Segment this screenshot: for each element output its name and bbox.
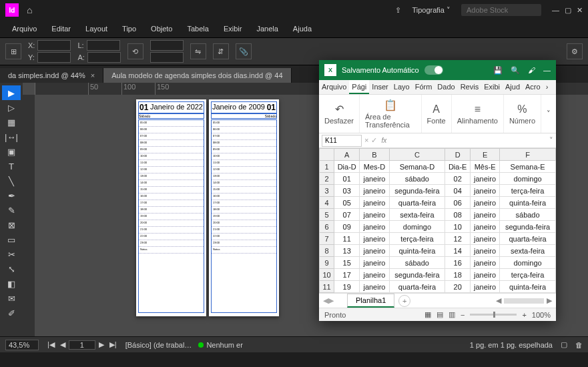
type-tool[interactable]: T (2, 159, 21, 173)
attach-icon[interactable]: 📎 (236, 43, 252, 59)
content-collector-tool[interactable]: ▣ (2, 144, 21, 159)
gap-tool[interactable]: |↔| (2, 129, 21, 144)
transform-tool[interactable]: ⤡ (2, 262, 21, 276)
cancel-formula-icon[interactable]: × (364, 136, 368, 145)
y-input[interactable] (37, 52, 71, 63)
last-page-icon[interactable]: ▶| (107, 340, 119, 349)
screen-mode-icon[interactable]: ▢ (561, 340, 567, 349)
fx-icon[interactable]: fx (381, 137, 386, 144)
doc-tab-1[interactable]: Aula modelo de agenda simples dois dias.… (103, 68, 291, 83)
search-icon[interactable]: 🔍 (511, 66, 520, 75)
autosave-toggle[interactable] (424, 65, 443, 75)
formula-input[interactable] (389, 135, 547, 147)
doc-tab-0[interactable]: da simples.indd @ 44%× (0, 68, 103, 83)
xl-tab-overflow-icon[interactable]: › (543, 80, 551, 94)
zoom-slider[interactable] (470, 314, 517, 316)
x-input[interactable] (37, 40, 71, 51)
rectangle-frame-tool[interactable]: ⊠ (2, 218, 21, 232)
ribbon-clipboard[interactable]: 📋Área de Transferência (360, 95, 422, 133)
menu-arquivo[interactable]: Arquivo (5, 22, 43, 35)
zoom-input[interactable] (5, 340, 39, 350)
zoom-percent[interactable]: 100% (532, 311, 551, 319)
settings-icon[interactable]: ⚙ (567, 43, 583, 59)
xl-tab-acrobat[interactable]: Acro (523, 80, 543, 94)
normal-view-icon[interactable]: ▦ (424, 310, 431, 319)
reference-point-icon[interactable]: ⊞ (5, 43, 21, 59)
direct-selection-tool[interactable]: ▷ (2, 100, 21, 115)
sheet-next-icon[interactable]: ▶ (328, 296, 334, 305)
rotate-input[interactable] (150, 40, 184, 51)
note-tool[interactable]: ✉ (2, 291, 21, 306)
xl-tab-pagina[interactable]: Pági (349, 80, 369, 94)
page-input[interactable] (69, 340, 95, 350)
paragraph-style-display[interactable]: [Básico] (de trabal… (125, 341, 192, 349)
menu-exibir[interactable]: Exibir (217, 22, 249, 35)
menu-tabela[interactable]: Tabela (181, 22, 216, 35)
page-tool[interactable]: ▦ (2, 115, 21, 129)
share-icon[interactable]: ⇪ (395, 6, 401, 15)
menu-janela[interactable]: Janela (250, 22, 284, 35)
xl-tab-inserir[interactable]: Inser (369, 80, 390, 94)
prev-page-icon[interactable]: ◀ (58, 340, 67, 349)
menu-tipo[interactable]: Tipo (115, 22, 143, 35)
menu-ajuda[interactable]: Ajuda (286, 22, 318, 35)
expand-formula-icon[interactable]: ˅ (549, 136, 553, 145)
menu-objeto[interactable]: Objeto (144, 22, 179, 35)
next-page-icon[interactable]: ▶ (97, 340, 106, 349)
right-page[interactable]: Janeiro de 200901 Sábado 05:0006:0007:00… (209, 99, 279, 316)
xl-tab-dados[interactable]: Dado (434, 80, 457, 94)
zoom-out-icon[interactable]: − (461, 311, 465, 319)
add-sheet-button[interactable]: + (398, 295, 410, 307)
l-input[interactable] (87, 40, 120, 51)
flip-v-icon[interactable]: ⇵ (213, 43, 229, 59)
pen-tool[interactable]: ✒ (2, 188, 21, 203)
home-icon[interactable]: ⌂ (27, 5, 32, 15)
menu-layout[interactable]: Layout (79, 22, 114, 35)
ribbon-font[interactable]: AFonte (422, 95, 452, 133)
ribbon-undo[interactable]: ↶Desfazer (319, 95, 360, 133)
rectangle-tool[interactable]: ▭ (2, 232, 21, 247)
transform-icon[interactable]: ⟲ (127, 43, 143, 59)
eyedropper-tool[interactable]: ✐ (2, 306, 21, 320)
ribbon-alignment[interactable]: ≡Alinhamento (452, 95, 504, 133)
menu-editar[interactable]: Editar (45, 22, 77, 35)
page-break-view-icon[interactable]: ▥ (449, 310, 455, 319)
sheet-tab[interactable]: Planilha1 (347, 294, 394, 308)
stock-search-input[interactable] (461, 4, 541, 16)
gradient-tool[interactable]: ◧ (2, 276, 21, 291)
line-tool[interactable]: ╲ (2, 173, 21, 188)
minimize-button[interactable]: — (552, 6, 559, 15)
xl-tab-arquivo[interactable]: Arquivo (319, 80, 349, 94)
close-tab-icon[interactable]: × (91, 71, 95, 79)
close-button[interactable]: ✕ (577, 6, 583, 15)
xl-tab-exibir[interactable]: Exibi (481, 80, 503, 94)
a-input[interactable] (87, 52, 121, 63)
ribbon-number[interactable]: %Número (504, 95, 541, 133)
enter-formula-icon[interactable]: ✓ (371, 136, 377, 145)
left-page[interactable]: 01Janeiro de 2022 Sábado 05:0006:0007:00… (136, 99, 206, 316)
excel-ribbon: ↶Desfazer 📋Área de Transferência AFonte … (319, 95, 556, 133)
ribbon-collapse[interactable]: ˅ (541, 95, 556, 133)
shear-input[interactable] (150, 52, 184, 63)
xl-tab-revisao[interactable]: Revis (458, 80, 482, 94)
preflight-status[interactable]: Nenhum er (198, 341, 242, 349)
xl-tab-formulas[interactable]: Fórm (412, 80, 435, 94)
first-page-icon[interactable]: |◀ (45, 340, 57, 349)
excel-grid[interactable]: ABCDEF1Dia-DMes-DSemana-DDia-EMês-ESeman… (319, 148, 556, 293)
excel-minimize-button[interactable]: — (543, 66, 551, 74)
xl-tab-ajuda[interactable]: Ajud (503, 80, 523, 94)
maximize-button[interactable]: ▢ (565, 6, 571, 15)
pencil-tool[interactable]: ✎ (2, 203, 21, 218)
sheet-prev-icon[interactable]: ◀ (323, 296, 328, 305)
name-box-input[interactable] (322, 135, 362, 147)
xl-tab-layout[interactable]: Layo (391, 80, 412, 94)
trash-icon[interactable]: 🗑 (575, 341, 583, 349)
page-layout-view-icon[interactable]: ▤ (436, 310, 443, 319)
brush-icon[interactable]: 🖌 (528, 66, 535, 74)
flip-h-icon[interactable]: ⇋ (190, 43, 206, 59)
zoom-in-icon[interactable]: + (522, 311, 526, 319)
workspace-switcher[interactable]: Tipografia ˅ (412, 6, 451, 15)
save-icon[interactable]: 💾 (493, 66, 503, 75)
scissors-tool[interactable]: ✂ (2, 247, 21, 262)
selection-tool[interactable]: ▶ (2, 85, 21, 100)
